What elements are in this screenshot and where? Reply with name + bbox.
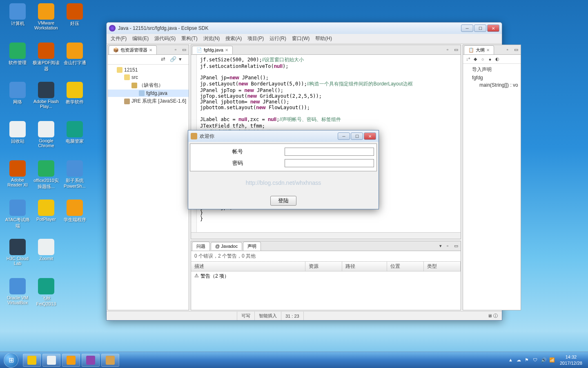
close-icon[interactable]: ✕ [149, 48, 152, 52]
eclipse-titlebar[interactable]: Java - 12151/src/fgfdg.java - Eclipse SD… [107, 22, 502, 34]
outline-tree[interactable]: 导入声明fgfdgmain(String[]) : vo [463, 64, 521, 310]
taskbar-chrome[interactable] [42, 354, 60, 367]
login-button[interactable]: 登陆 [270, 196, 296, 206]
desktop-icon[interactable]: VMware Workstation [32, 3, 60, 38]
taskbar-clock[interactable]: 14:32 2017/12/28 [557, 354, 585, 366]
dialog-titlebar[interactable]: 欢迎你 ─ ☐ ✕ [188, 130, 379, 142]
filter-icon[interactable]: ◆ [472, 56, 479, 63]
menu-icon[interactable]: ▾ [179, 56, 186, 63]
problems-tab[interactable]: @ Javadoc [211, 242, 242, 250]
package-tree[interactable]: 12151src（缺省包）fgfdg.javaJRE 系统库 [JavaSE-1… [108, 65, 189, 310]
menu-item[interactable]: 搜索(A) [224, 34, 243, 43]
desktop-icon[interactable]: 教学软件 [60, 82, 89, 116]
tree-item[interactable]: fgfdg [463, 74, 521, 81]
tree-item[interactable]: main(String[]) : vo [463, 81, 521, 89]
tray-icon[interactable]: 🔊 [541, 357, 547, 363]
collapse-icon[interactable]: ⇄ [161, 56, 168, 63]
horizontal-scrollbar[interactable] [191, 232, 461, 239]
tray-icon[interactable]: ▲ [508, 357, 514, 363]
minimize-icon[interactable]: ▫ [175, 47, 180, 53]
desktop-icon[interactable]: 电脑管家 [60, 121, 89, 155]
minimize-button[interactable]: ─ [338, 132, 350, 140]
desktop-icon[interactable]: office2010实操题练... [32, 160, 60, 195]
desktop-icon[interactable]: ATAC考试终端 [3, 200, 32, 234]
username-input[interactable] [285, 148, 374, 156]
column-header[interactable]: 描述 [191, 262, 305, 271]
tree-item[interactable]: （缺省包） [108, 81, 189, 90]
desktop-icon[interactable]: Zoomit [32, 239, 60, 273]
sort-icon[interactable]: ↓ᵃ [465, 56, 471, 63]
table-row[interactable]: ⚠ 警告（2 项） [191, 272, 461, 281]
maximize-icon[interactable]: ▭ [454, 47, 460, 53]
menu-item[interactable]: 文件(F) [109, 34, 128, 43]
tray-icon[interactable]: 🛡 [533, 357, 539, 363]
desktop-icon[interactable]: 网络 [3, 82, 32, 116]
hide-icon[interactable]: ○ [479, 56, 486, 63]
desktop-icon[interactable]: PotPlayer [32, 200, 60, 234]
taskbar-eclipse[interactable] [82, 354, 100, 367]
maximize-icon[interactable]: ▭ [514, 47, 520, 53]
tree-item[interactable]: 12151 [108, 66, 189, 74]
desktop-icon[interactable]: 好压 [60, 3, 89, 38]
link-icon[interactable]: 🔗 [170, 56, 177, 63]
desktop-icon[interactable]: 学生端程序 [60, 200, 89, 234]
desktop-icon[interactable]: 金山打字通 [60, 43, 89, 77]
menu-item[interactable]: 窗口(W) [290, 34, 311, 43]
desktop-icon[interactable]: 飞秋 FeiQ2013 [32, 278, 60, 312]
column-header[interactable]: 类型 [424, 262, 461, 271]
maximize-button[interactable]: ☐ [351, 132, 363, 140]
desktop-icon[interactable]: Adobe Reader XI [3, 160, 32, 195]
package-explorer-tab[interactable]: 📦 包资源管理器 ✕ [109, 45, 157, 54]
desktop-icon[interactable]: 计算机 [3, 3, 32, 38]
close-icon[interactable]: ✕ [486, 48, 490, 52]
editor-tab[interactable]: 📄 fgfdg.java ✕ [192, 46, 233, 54]
tree-item[interactable]: fgfdg.java [108, 90, 189, 97]
menu-item[interactable]: 浏览(N) [202, 34, 222, 43]
hide-icon[interactable]: ◐ [494, 56, 501, 63]
column-header[interactable]: 路径 [342, 262, 387, 271]
minimize-button[interactable]: ─ [461, 25, 473, 32]
menu-item[interactable]: 重构(T) [180, 34, 199, 43]
menu-item[interactable]: 帮助(H) [314, 34, 334, 43]
desktop-icon[interactable]: Oracle VM VirtualBox [3, 278, 32, 312]
problems-tab[interactable]: 声明 [243, 242, 261, 251]
tray-icon[interactable]: 📶 [549, 357, 555, 363]
minimize-icon[interactable]: ▫ [447, 243, 452, 249]
tree-item[interactable]: src [108, 74, 189, 81]
hide-icon[interactable]: ● [487, 56, 493, 63]
taskbar-java[interactable] [101, 354, 119, 367]
minimize-icon[interactable]: ▫ [447, 47, 452, 53]
menu-item[interactable]: 项目(P) [246, 34, 265, 43]
maximize-icon[interactable]: ▭ [454, 243, 460, 249]
taskbar-vmware[interactable] [62, 354, 80, 367]
maximize-button[interactable]: ☐ [474, 25, 486, 32]
close-button[interactable]: ✕ [364, 132, 376, 140]
desktop-icon[interactable]: H3C Cloud Lab [3, 239, 32, 273]
password-input[interactable] [285, 159, 374, 167]
desktop-icon[interactable]: Adobe Flash Play... [32, 82, 60, 116]
desktop-icon[interactable]: 影子系统 PowerSh... [60, 160, 89, 195]
desktop-icon[interactable]: 极速PDF阅读器 [32, 43, 60, 77]
menu-icon[interactable]: ▾ [439, 243, 445, 249]
maximize-icon[interactable]: ▭ [182, 47, 188, 53]
menu-item[interactable]: 编辑(E) [131, 34, 150, 43]
minimize-icon[interactable]: ▫ [507, 47, 512, 53]
menu-item[interactable]: 源代码(S) [153, 34, 177, 43]
tree-item[interactable]: 导入声明 [463, 65, 521, 74]
desktop-icon[interactable]: 回收站 [3, 121, 32, 155]
column-header[interactable]: 位置 [387, 262, 424, 271]
start-button[interactable]: ⊞ [0, 352, 22, 368]
tree-item[interactable]: JRE 系统库 [JavaSE-1.6] [108, 97, 189, 105]
status-spacer [107, 312, 237, 320]
menu-item[interactable]: 运行(R) [268, 34, 288, 43]
close-button[interactable]: ✕ [487, 25, 499, 32]
tray-icon[interactable]: ⚑ [525, 357, 530, 363]
outline-tab[interactable]: 📋 大纲 ✕ [464, 45, 494, 54]
problems-tab[interactable]: 问题 [192, 242, 210, 251]
desktop-icon[interactable]: 软件管理 [3, 43, 32, 77]
tray-icon[interactable]: ☁ [517, 357, 522, 363]
close-icon[interactable]: ✕ [225, 48, 228, 52]
column-header[interactable]: 资源 [305, 262, 342, 271]
desktop-icon[interactable]: Google Chrome [32, 121, 60, 155]
taskbar-explorer[interactable] [23, 354, 41, 367]
